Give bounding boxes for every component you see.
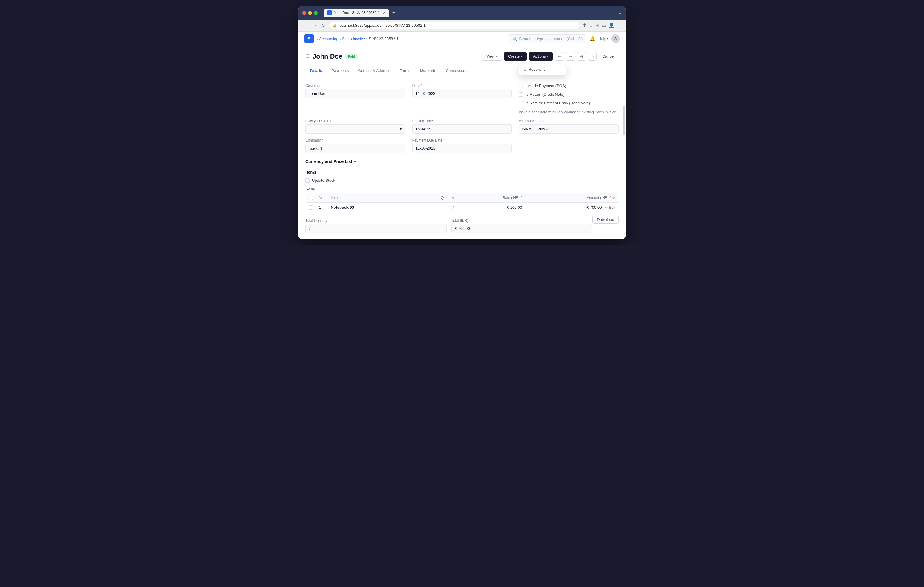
posting-time-input[interactable]: 16:34:25 [412, 124, 512, 133]
maximize-button[interactable] [314, 11, 318, 15]
tab-payments[interactable]: Payments [327, 66, 354, 76]
tab-more-info[interactable]: More Info [415, 66, 441, 76]
page-title-area: ☰ John Doe Paid [305, 53, 358, 60]
create-button[interactable]: Create ▾ [504, 52, 527, 61]
prev-button[interactable]: ← [555, 52, 564, 61]
actions-dropdown: UnReconcile [518, 64, 566, 75]
edit-row-button[interactable]: ✏ Edit [605, 206, 615, 210]
breadcrumb-sales-invoice[interactable]: Sales Invoice [342, 36, 365, 41]
breadcrumb-accounting[interactable]: Accounting [319, 36, 338, 41]
is-rate-adj-checkbox[interactable] [519, 101, 523, 105]
col-header-quantity: Quantity [406, 193, 457, 202]
tab-favicon: E [327, 10, 332, 15]
items-table: No. Item Quantity Rate (INR) * Amount (I… [305, 193, 619, 213]
customer-group: Customer John Doe [305, 84, 405, 114]
app-header: S › Accounting › Sales Invoice › SINV-23… [298, 31, 626, 46]
row-item[interactable]: Notebook 90 [328, 202, 406, 213]
share-icon[interactable]: ⬆ [582, 23, 586, 28]
forward-button[interactable]: → [311, 23, 318, 28]
row-check[interactable] [306, 202, 316, 213]
minimize-button[interactable] [308, 11, 312, 15]
more-icon[interactable]: ⋮ [617, 23, 622, 28]
tab-close-button[interactable]: ✕ [383, 11, 386, 15]
url-text: localhost:8025/app/sales-invoice/SINV-23… [339, 23, 426, 28]
ewaybill-label: e-Waybill Status [305, 119, 405, 123]
breadcrumb-current: SINV-23-20582-1 [369, 36, 399, 41]
view-button[interactable]: View ▾ [482, 52, 502, 61]
ewaybill-group: e-Waybill Status ▾ [305, 119, 405, 133]
company-group: Company * நன்னாரி [305, 138, 405, 153]
actions-button[interactable]: Actions ▾ [529, 52, 553, 61]
page-toolbar: ☰ John Doe Paid View ▾ Create ▾ Actions … [305, 52, 619, 61]
date-input[interactable]: 11-10-2023 [412, 89, 512, 98]
back-button[interactable]: ← [302, 23, 309, 28]
checkboxes-group: Include Payment (POS) Is Return (Credit … [519, 84, 619, 114]
amended-from-label: Amended From [519, 119, 619, 123]
traffic-lights [302, 11, 318, 15]
total-group: Total (INR) ₹ 700.00 [451, 219, 592, 233]
customer-label: Customer [305, 84, 405, 88]
cancel-button[interactable]: Cancel [598, 53, 619, 60]
sidebar-icon[interactable]: ⊞ [596, 23, 599, 28]
new-tab-button[interactable]: + [391, 9, 397, 16]
posting-time-label: Posting Time [412, 119, 512, 123]
print-button[interactable]: 🖨 [577, 52, 586, 61]
row-rate[interactable]: ₹ 100.00 [457, 202, 525, 213]
total-quantity-label: Total Quantity [305, 219, 447, 223]
refresh-button[interactable]: ↻ [320, 23, 326, 28]
search-placeholder: Search or type a command (Ctrl + G) [519, 36, 583, 41]
currency-section-toggle[interactable]: ▾ [354, 159, 356, 164]
select-all-checkbox[interactable] [309, 196, 313, 200]
download-button[interactable]: Download [592, 215, 619, 224]
amended-from-group: Amended From SINV-23-20582 [519, 119, 619, 133]
breadcrumb-sep-3: › [366, 36, 367, 41]
is-return-checkbox[interactable] [519, 92, 523, 97]
url-box[interactable]: 🔒 localhost:8025/app/sales-invoice/SINV-… [328, 22, 580, 29]
app-logo: S [304, 34, 314, 43]
row-checkbox[interactable] [309, 206, 313, 210]
include-payment-label: Include Payment (POS) [525, 84, 566, 88]
date-label: Date * [412, 84, 512, 88]
avatar[interactable]: A [611, 35, 620, 43]
profile-icon[interactable]: 👤 [609, 23, 614, 28]
include-payment-row: Include Payment (POS) [519, 84, 619, 88]
status-badge: Paid [345, 54, 358, 59]
customer-input[interactable]: John Doe [305, 89, 405, 98]
row-quantity[interactable]: 7 [406, 202, 457, 213]
hamburger-icon[interactable]: ☰ [305, 54, 310, 59]
update-stock-checkbox[interactable] [305, 178, 310, 183]
more-actions-button[interactable]: ··· [588, 52, 597, 61]
is-rate-adj-label: Is Rate Adjustment Entry (Debit Note) [525, 101, 590, 105]
include-payment-checkbox[interactable] [519, 84, 523, 88]
payment-due-input[interactable]: 11-10-2023 [412, 144, 512, 153]
tab-terms[interactable]: Terms [395, 66, 415, 76]
search-box[interactable]: 🔍 Search or type a command (Ctrl + G) [509, 35, 587, 43]
app-body: S › Accounting › Sales Invoice › SINV-23… [298, 31, 626, 239]
items-label: Items [305, 186, 619, 191]
update-stock-label: Update Stock [312, 178, 335, 183]
notification-bell[interactable]: 🔔 [589, 36, 596, 42]
col-header-item: Item [328, 193, 406, 202]
active-tab[interactable]: E John Doe - SINV-23-20582-1 ✕ [323, 9, 389, 16]
address-bar-actions: ⬆ ☆ ⊞ ▭ 👤 ⋮ [582, 23, 622, 28]
tab-details[interactable]: Details [305, 66, 327, 76]
unreconcile-option[interactable]: UnReconcile [519, 64, 566, 75]
header-actions: 🔔 Help ▾ A [589, 35, 620, 43]
ewaybill-input[interactable]: ▾ [305, 124, 405, 133]
items-section-header: Items [305, 170, 619, 174]
scrollbar-thumb[interactable] [623, 105, 625, 135]
page-content: ☰ John Doe Paid View ▾ Create ▾ Actions … [298, 46, 626, 239]
window-controls: ⌄ [619, 11, 622, 15]
tab-contact-address[interactable]: Contact & Address [354, 66, 395, 76]
tab-connections[interactable]: Connections [441, 66, 472, 76]
currency-section-header: Currency and Price List ▾ [305, 159, 619, 164]
help-button[interactable]: Help ▾ [598, 36, 609, 41]
close-button[interactable] [302, 11, 306, 15]
payment-due-label: Payment Due Date * [412, 138, 512, 143]
currency-section-title: Currency and Price List [305, 159, 352, 164]
column-settings-icon[interactable]: ⚙ [612, 196, 615, 200]
next-button[interactable]: → [566, 52, 575, 61]
bookmark-icon[interactable]: ☆ [589, 23, 593, 28]
company-input[interactable]: நன்னாரி [305, 144, 405, 153]
split-view-icon[interactable]: ▭ [602, 23, 606, 28]
